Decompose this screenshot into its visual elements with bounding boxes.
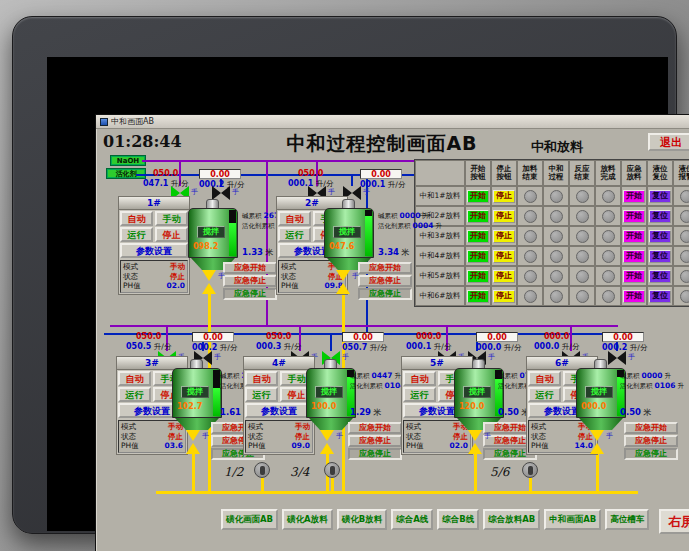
nav-screen-button[interactable]: 磺化B放料 [337, 509, 387, 530]
inlet-valve-icon[interactable]: 手 [212, 186, 230, 200]
nav-screen-button[interactable]: 磺化A放料 [282, 509, 333, 530]
run-button[interactable]: 运行 [278, 227, 311, 242]
run-button[interactable]: 运行 [118, 387, 151, 402]
emergency-start-button[interactable]: 应急开始 [624, 422, 678, 434]
emergency-stop-button[interactable]: 应急停止 [624, 435, 678, 447]
flow-actual: 050.5 [126, 342, 151, 351]
run-button[interactable]: 运行 [120, 227, 153, 242]
pump-icon[interactable] [254, 462, 270, 478]
pipe-segment [110, 325, 618, 327]
auto-button[interactable]: 自动 [118, 371, 151, 386]
run-button[interactable]: 运行 [528, 387, 561, 402]
agitator-button[interactable]: 搅拌 [181, 386, 209, 398]
emergency-start-button[interactable]: 应急开始 [348, 422, 402, 434]
stop-button[interactable]: 停止 [493, 230, 515, 243]
pipe-segment [330, 335, 332, 351]
manual-mark: 手 [363, 187, 370, 197]
nav-screen-button[interactable]: 磺化画面AB [221, 509, 278, 530]
nav-screen-button[interactable]: 综合A线 [391, 509, 433, 530]
table-cell: 停止 [491, 186, 517, 206]
stop-button[interactable]: 停止 [493, 290, 515, 303]
manual-button[interactable]: 手动 [155, 211, 188, 226]
nav-screen-button[interactable]: 高位槽车 [605, 509, 649, 530]
start-button[interactable]: 开始 [467, 210, 489, 223]
nav-screen-button[interactable]: 综合放料AB [483, 509, 540, 530]
level-reset-button[interactable]: 复位 [649, 230, 671, 243]
discharge-valve-icon[interactable]: 手 [186, 430, 200, 454]
emergency-stop-button[interactable]: 应急停止 [223, 275, 277, 287]
emergency-discharge-button[interactable]: 开始 [623, 230, 645, 243]
stop-button[interactable]: 停止 [493, 190, 515, 203]
pump-group-label: 1/2 [224, 465, 243, 479]
start-button[interactable]: 开始 [467, 190, 489, 203]
right-screen-button[interactable]: 右屏 [659, 509, 689, 534]
agitator-button[interactable]: 搅拌 [333, 226, 361, 238]
start-button[interactable]: 开始 [467, 270, 489, 283]
discharge-valve-icon[interactable]: 手 [468, 430, 482, 454]
activator-total-label: 活化剂累积 [378, 222, 411, 230]
table-cell [673, 206, 689, 226]
run-button[interactable]: 运行 [403, 387, 436, 402]
agitator-button[interactable]: 搅拌 [463, 386, 491, 398]
start-button[interactable]: 开始 [467, 230, 489, 243]
start-button[interactable]: 开始 [467, 250, 489, 263]
auto-button[interactable]: 自动 [278, 211, 311, 226]
emergency-start-button[interactable]: 应急开始 [223, 262, 277, 274]
nav-screen-button[interactable]: 综合B线 [437, 509, 479, 530]
pump-icon[interactable] [324, 462, 340, 478]
stop-button[interactable]: 停止 [155, 227, 188, 242]
table-cell: 开始 [465, 206, 491, 226]
window-titlebar[interactable]: 中和画面AB [96, 115, 689, 129]
agitator-button[interactable]: 搅拌 [585, 386, 613, 398]
level-reset-button[interactable]: 复位 [649, 290, 671, 303]
emergency-stop-button[interactable]: 应急停止 [358, 275, 412, 287]
auto-button[interactable]: 自动 [120, 211, 153, 226]
exit-button[interactable]: 退出 [648, 133, 689, 151]
stop-button[interactable]: 停止 [493, 250, 515, 263]
level-reset-button[interactable]: 复位 [649, 190, 671, 203]
level-reset-button[interactable]: 复位 [649, 270, 671, 283]
start-button[interactable]: 开始 [467, 290, 489, 303]
level-reset-button[interactable]: 复位 [649, 250, 671, 263]
stop-button[interactable]: 停止 [493, 270, 515, 283]
flow-display-box: 0.00 [342, 332, 384, 342]
activator-total-value: 0106 [655, 381, 676, 390]
pump-icon[interactable] [522, 462, 538, 478]
emergency-stop-button[interactable]: 应急停止 [348, 435, 402, 447]
run-button[interactable]: 运行 [245, 387, 278, 402]
emergency-discharge-button[interactable]: 开始 [623, 190, 645, 203]
discharge-valve-icon[interactable]: 手 [320, 430, 334, 454]
level-reset-button[interactable]: 复位 [649, 210, 671, 223]
table-cell [569, 286, 595, 306]
agitator-button[interactable]: 搅拌 [315, 386, 343, 398]
emergency-discharge-button[interactable]: 开始 [623, 270, 645, 283]
emergency-discharge-button[interactable]: 开始 [623, 250, 645, 263]
params-button[interactable]: 参数设置 [120, 243, 188, 258]
neutralize-lamp [550, 210, 563, 223]
discharge-valve-icon[interactable]: 手 [202, 270, 216, 294]
emergency-start-button[interactable]: 应急开始 [358, 262, 412, 274]
params-button[interactable]: 参数设置 [245, 403, 313, 418]
nav-screen-button[interactable]: 中和画面AB [544, 509, 601, 530]
photo-background: 中和画面AB 01:28:44 中和过程控制画面AB 中和放料 退出 NaOH … [0, 0, 689, 551]
stop-button[interactable]: 停止 [493, 210, 515, 223]
inlet-valve-icon[interactable]: 手 [608, 351, 626, 365]
emergency-discharge-button[interactable]: 开始 [623, 210, 645, 223]
discharge-valve-icon[interactable]: 手 [590, 430, 604, 454]
emergency-discharge-button[interactable]: 开始 [623, 290, 645, 303]
pipe-segment [529, 478, 532, 491]
hmi-window: 中和画面AB 01:28:44 中和过程控制画面AB 中和放料 退出 NaOH … [95, 114, 689, 551]
auto-button[interactable]: 自动 [245, 371, 278, 386]
auto-button[interactable]: 自动 [403, 371, 436, 386]
flow-unit: 升/分 [284, 342, 302, 351]
state-label: 状态 [123, 272, 138, 282]
discharge-valve-icon[interactable]: 手 [336, 270, 350, 294]
agitator-button[interactable]: 搅拌 [197, 226, 225, 238]
manual-mark: 手 [606, 431, 613, 441]
emergency-stopped-indicator: 应急停止 [624, 448, 678, 460]
table-cell: 开始 [465, 286, 491, 306]
auto-button[interactable]: 自动 [528, 371, 561, 386]
manual-mark: 手 [232, 187, 239, 197]
flow-unit: 升/分 [504, 343, 522, 352]
table-cell [595, 246, 621, 266]
